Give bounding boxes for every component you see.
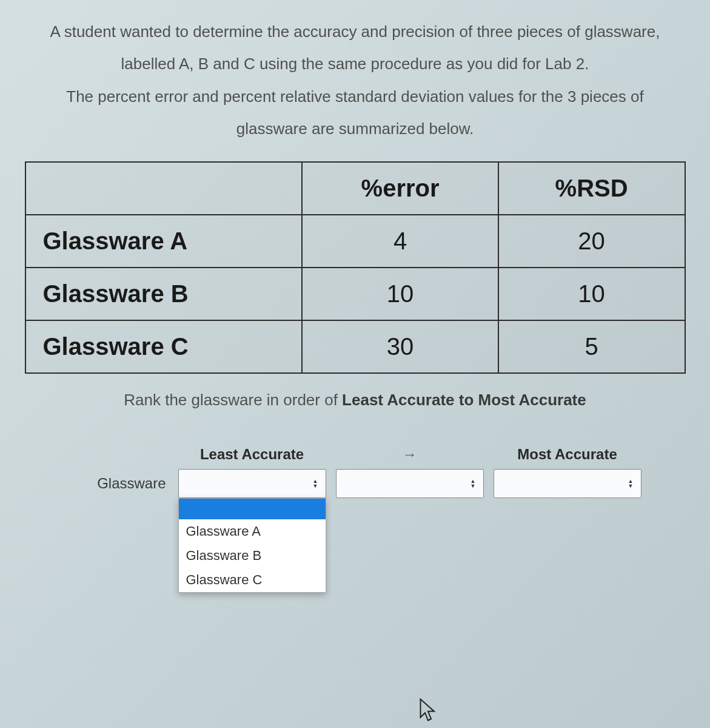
row-error: 4 bbox=[302, 215, 498, 268]
row-name: Glassware A bbox=[25, 215, 303, 268]
row-error: 30 bbox=[302, 320, 498, 373]
rank-select-1-dropdown: Glassware A Glassware B Glassware C bbox=[178, 498, 326, 593]
rank-select-3[interactable]: ▲▼ bbox=[494, 469, 641, 498]
row-name: Glassware C bbox=[25, 320, 303, 373]
header-error: %error bbox=[302, 162, 498, 215]
cursor-icon bbox=[418, 698, 438, 722]
table-row: Glassware C 30 5 bbox=[25, 320, 685, 373]
table-header-row: %error %RSD bbox=[25, 162, 685, 215]
rank-header-arrow: → bbox=[331, 446, 489, 463]
updown-icon: ▲▼ bbox=[313, 479, 318, 488]
row-rsd: 10 bbox=[498, 268, 685, 320]
rank-select-3-wrap: ▲▼ bbox=[494, 469, 641, 498]
rank-header-least: Least Accurate bbox=[173, 446, 331, 463]
rank-instruction-prefix: Rank the glassware in order of bbox=[124, 391, 342, 409]
dropdown-option[interactable]: Glassware C bbox=[179, 568, 326, 592]
row-name: Glassware B bbox=[25, 268, 303, 320]
row-rsd: 20 bbox=[498, 215, 685, 268]
dropdown-option[interactable]: Glassware B bbox=[179, 544, 326, 568]
prompt-line-3: The percent error and percent relative s… bbox=[12, 82, 698, 112]
updown-icon: ▲▼ bbox=[471, 479, 476, 488]
prompt-line-2: labelled A, B and C using the same proce… bbox=[12, 49, 698, 79]
row-rsd: 5 bbox=[498, 320, 685, 373]
rank-header-most: Most Accurate bbox=[489, 446, 646, 463]
header-rsd: %RSD bbox=[498, 162, 685, 215]
prompt-line-1: A student wanted to determine the accura… bbox=[12, 17, 698, 47]
rank-input-row: Glassware ▲▼ Glassware A Glassware B Gla… bbox=[64, 469, 646, 498]
rank-instruction: Rank the glassware in order of Least Acc… bbox=[12, 391, 698, 410]
glassware-data-table: %error %RSD Glassware A 4 20 Glassware B… bbox=[25, 161, 686, 374]
rank-instruction-bold: Least Accurate to Most Accurate bbox=[342, 391, 586, 409]
question-prompt: A student wanted to determine the accura… bbox=[12, 17, 698, 144]
rank-select-2-wrap: ▲▼ bbox=[336, 469, 484, 498]
header-blank bbox=[25, 162, 303, 215]
rank-select-2[interactable]: ▲▼ bbox=[336, 469, 484, 498]
updown-icon: ▲▼ bbox=[628, 479, 634, 488]
rank-row-label: Glassware bbox=[64, 469, 173, 492]
prompt-line-4: glassware are summarized below. bbox=[12, 114, 698, 144]
rank-header-row: Least Accurate → Most Accurate bbox=[64, 446, 646, 463]
rank-select-1-wrap: ▲▼ Glassware A Glassware B Glassware C bbox=[178, 469, 326, 498]
dropdown-option-blank[interactable] bbox=[179, 499, 326, 519]
rank-select-1[interactable]: ▲▼ bbox=[178, 469, 326, 498]
dropdown-option[interactable]: Glassware A bbox=[179, 519, 326, 544]
table-row: Glassware B 10 10 bbox=[25, 268, 685, 320]
row-error: 10 bbox=[302, 268, 498, 320]
table-row: Glassware A 4 20 bbox=[25, 215, 685, 268]
